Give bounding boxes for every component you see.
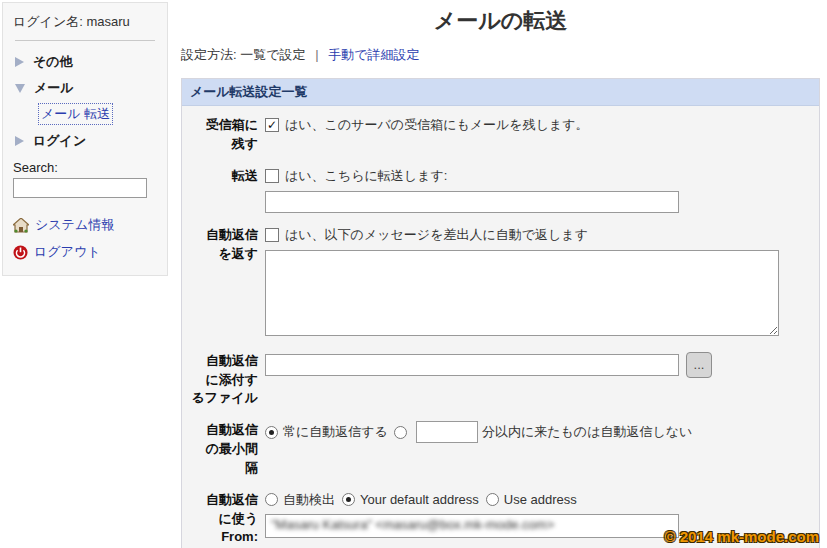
from-label: 自動返信 に使う From: [186,489,258,548]
sidebar-link-label: システム情報 [35,216,114,234]
interval-always-label: 常に自動返信する [283,423,388,441]
forward-address-input[interactable] [265,191,679,213]
login-name: ログイン名: masaru [13,13,157,40]
search-input[interactable] [13,178,147,198]
interval-label: 自動返信 の最小間 隔 [186,419,258,478]
row-forward: 転送 はい、こちらに転送します: [186,165,809,213]
browse-file-button[interactable]: ... [686,352,712,378]
sidebar: ログイン名: masaru その他 メール メール 転送 ログイン Search… [2,2,168,276]
attach-label: 自動返信 に添付す るファイル [186,350,258,409]
sidebar-item-label: メール [34,79,74,97]
sidebar-link-logout[interactable]: ログアウト [13,243,157,261]
main-content: メールの転送 設定方法: 一覧で設定 | 手動で詳細設定 メール転送設定一覧 受… [181,0,820,548]
row-keep-in-inbox: 受信箱に 残す はい、このサーバの受信箱にもメールを残します。 [186,114,809,154]
panel-title: メール転送設定一覧 [182,79,819,106]
copyright-watermark: © 2014 mk-mode.com [665,528,819,545]
from-use-label: Use address [504,492,577,507]
row-min-interval: 自動返信 の最小間 隔 常に自動返信する 分以内に来たものは自動返信しない [186,419,809,478]
from-address-blurred-value: "Masaru Katsura" <masaru@box.mk-mode.com… [271,517,554,532]
chevron-right-icon [15,136,24,146]
keep-label: 受信箱に 残す [186,114,258,154]
divider [15,40,155,41]
method-current-label: 設定方法: 一覧で設定 [181,47,306,62]
interval-suffix-label: 分以内に来たものは自動返信しない [482,423,692,441]
chevron-down-icon [15,84,25,93]
manual-setting-link[interactable]: 手動で詳細設定 [328,47,419,62]
setting-method-line: 設定方法: 一覧で設定 | 手動で詳細設定 [181,46,820,64]
separator: | [315,47,318,62]
autoreply-message-textarea[interactable] [265,250,779,336]
from-address-input[interactable]: "Masaru Katsura" <masaru@box.mk-mode.com… [265,514,679,538]
search-label: Search: [13,160,157,175]
from-auto-radio[interactable] [265,493,278,506]
forward-checkbox[interactable] [265,169,279,183]
from-use-radio[interactable] [486,493,499,506]
sidebar-item-login[interactable]: ログイン [13,124,157,150]
from-default-label: Your default address [360,492,479,507]
row-attach-file: 自動返信 に添付す るファイル ... [186,350,809,409]
autoreply-checkbox-label: はい、以下のメッセージを差出人に自動で返します [285,226,588,244]
from-default-radio[interactable] [342,493,355,506]
chevron-right-icon [15,57,24,67]
home-icon [13,218,29,233]
row-autoreply: 自動返信 を返す はい、以下のメッセージを差出人に自動で返します [186,224,809,339]
forward-label: 転送 [186,165,258,213]
sidebar-link-system-info[interactable]: システム情報 [13,216,157,234]
page-title: メールの転送 [181,6,820,36]
sidebar-item-mail[interactable]: メール [13,71,157,97]
sidebar-item-label: その他 [33,53,73,71]
autoreply-label: 自動返信 を返す [186,224,258,339]
attach-file-input[interactable] [265,354,679,376]
interval-minutes-radio[interactable] [394,426,407,439]
keep-checkbox[interactable] [265,118,279,132]
autoreply-checkbox[interactable] [265,228,279,242]
sidebar-link-label: ログアウト [34,243,101,261]
sidebar-link-mail-forward[interactable]: メール 転送 [39,104,112,124]
sidebar-item-label: ログイン [33,132,86,150]
power-icon [13,245,28,260]
keep-checkbox-label: はい、このサーバの受信箱にもメールを残します。 [285,116,589,134]
interval-always-radio[interactable] [265,426,278,439]
sidebar-item-others[interactable]: その他 [13,45,157,71]
forwarding-settings-panel: メール転送設定一覧 受信箱に 残す はい、このサーバの受信箱にもメールを残します… [181,78,820,548]
interval-minutes-input[interactable] [416,421,478,443]
from-auto-label: 自動検出 [283,491,335,509]
forward-checkbox-label: はい、こちらに転送します: [285,167,447,185]
